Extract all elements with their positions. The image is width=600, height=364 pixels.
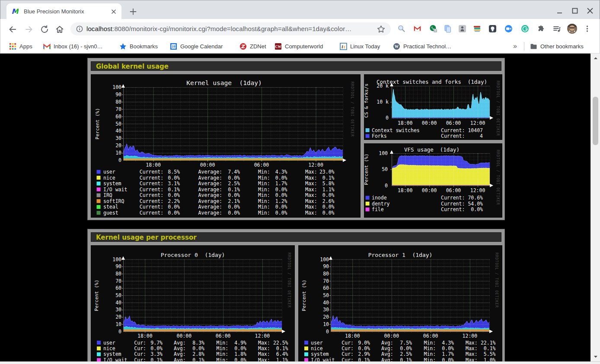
legend-col-label: Current: <box>140 198 163 204</box>
kernel-usage-graph: Kernel usage (1day)Percent (%)1009080706… <box>91 75 361 218</box>
reload-icon[interactable] <box>40 25 49 34</box>
legend-swatch-nice <box>97 346 101 350</box>
legend-col-label: Current: <box>441 195 465 201</box>
processor1-graph-cell[interactable]: Processor 1 (1day)Percent (%)10090807060… <box>298 245 502 361</box>
profile-avatar[interactable] <box>567 24 577 34</box>
legend-value: 3.3% <box>150 351 163 357</box>
legend-col-label: Max: <box>305 187 317 193</box>
kernel-usage-graph-cell[interactable]: Kernel usage (1day)Percent (%)1009080706… <box>91 74 361 218</box>
context-switches-graph-cell[interactable]: Context switches and forks (1day)CS & fo… <box>364 74 502 140</box>
url-host: localhost <box>86 25 112 32</box>
legend-col-label: Cur: <box>341 357 354 361</box>
rrdtool-watermark: RRDTOOL / TOBI OETIKER <box>350 82 354 137</box>
chevron-double-icon: » <box>513 42 516 50</box>
ext-voice-icon[interactable]: ? <box>429 25 437 33</box>
y-tick-label: 60 <box>115 285 121 291</box>
legend-value: 0.1% <box>150 357 163 361</box>
ext-books-icon[interactable] <box>473 25 481 33</box>
processor1-graph: Processor 1 (1day)Percent (%)10090807060… <box>299 246 503 361</box>
legend-col-label: Max: <box>305 180 317 187</box>
legend-value: 7.5% <box>400 340 412 346</box>
ext-lamp-icon[interactable] <box>488 25 497 33</box>
bookmark-linux-today[interactable]: l t Linux Today <box>340 39 380 54</box>
ext-gmail-icon[interactable] <box>413 25 421 33</box>
y-tick-label: 10 <box>115 150 121 156</box>
bookmark-computerworld[interactable]: CW Computerworld <box>274 39 323 54</box>
y-tick-label: 30 <box>115 135 121 141</box>
bookmark-star-icon[interactable] <box>377 25 385 33</box>
url-text[interactable]: localhost:8080/monitorix-cgi/monitorix.c… <box>86 25 351 32</box>
processor0-graph-cell[interactable]: Processor 0 (1day)Percent (%)10090807060… <box>91 245 295 361</box>
forward-icon[interactable] <box>24 25 34 34</box>
legend-swatch-system <box>304 352 308 356</box>
legend-label: system <box>103 180 121 187</box>
y-tick-label: 100 <box>112 84 121 90</box>
legend-swatch-Context switches <box>366 128 370 132</box>
url-bar[interactable]: localhost:8080/monitorix-cgi/monitorix.c… <box>70 22 391 35</box>
bookmark-apps[interactable]: Apps <box>9 39 32 54</box>
legend-col-label: Max: <box>305 204 317 210</box>
bookmark-inbox[interactable]: Inbox (16) - sjvn0… <box>43 39 102 54</box>
ext-zoom-icon[interactable] <box>504 25 513 33</box>
legend-label: system <box>103 351 121 357</box>
ext-grammarly-icon[interactable] <box>521 25 529 33</box>
legend-col-label: Avg: <box>174 345 186 351</box>
other-bookmarks[interactable]: Other bookmarks <box>530 39 584 54</box>
legend-col-label: Cur: <box>134 357 146 361</box>
active-tab[interactable]: M Blue Precision Monitorix <box>6 3 121 19</box>
legend-value: 2.2% <box>168 198 180 204</box>
series-context-switches <box>392 89 490 118</box>
x-tick-label: 12:00 <box>470 120 485 126</box>
y-axis-arrow <box>121 84 125 88</box>
extensions-puzzle-icon[interactable] <box>537 25 545 33</box>
legend-value: 0.0% <box>234 357 246 361</box>
horizontal-scrollbar[interactable] <box>0 361 600 364</box>
legend-col-label: Current: <box>140 210 163 216</box>
svg-text:CW: CW <box>275 44 281 48</box>
x-axis-arrow <box>490 116 493 120</box>
back-icon[interactable] <box>8 25 17 34</box>
bookmarks-overflow-chevron[interactable]: » <box>513 39 516 54</box>
page-info-icon[interactable] <box>76 25 83 32</box>
x-axis-arrow <box>343 158 346 162</box>
bookmark-label: Computerworld <box>285 43 323 50</box>
scroll-up-icon[interactable] <box>593 56 598 61</box>
legend-value: 0.0% <box>275 192 287 198</box>
maximize-icon[interactable] <box>570 6 580 16</box>
ext-playlist-icon[interactable] <box>553 25 561 33</box>
bookmark-label: ZDNet <box>250 43 266 50</box>
graph-title: VFS usage (1day) <box>404 146 460 153</box>
close-window-icon[interactable] <box>585 6 595 16</box>
scroll-down-icon[interactable] <box>593 354 598 359</box>
ext-search-icon[interactable] <box>397 25 405 33</box>
vfs-usage-graph-cell[interactable]: VFS usage (1day)Percent (%)10050018:0000… <box>364 143 502 218</box>
bookmark-zdnet[interactable]: ZDNet <box>239 39 266 54</box>
menu-kebab-icon[interactable] <box>583 25 591 33</box>
new-tab-icon[interactable] <box>129 7 137 16</box>
legend-col-label: Max: <box>466 340 478 346</box>
minimize-icon[interactable] <box>555 6 565 16</box>
ext-copy-icon[interactable] <box>444 25 452 33</box>
vertical-scrollbar[interactable] <box>590 54 600 361</box>
y-tick-label: 30 <box>115 307 121 313</box>
scrollbar-thumb[interactable] <box>593 97 598 145</box>
y-axis-arrow <box>390 150 393 154</box>
legend-label: softIRQ <box>103 198 124 204</box>
legend-label: IRQ <box>103 192 112 198</box>
legend-value: 1.1% <box>322 187 335 193</box>
ext-person-icon[interactable] <box>458 25 466 33</box>
blue-star-icon <box>119 43 127 50</box>
home-icon[interactable] <box>55 25 64 34</box>
legend-col-label: Max: <box>466 345 478 351</box>
x-tick-label: 18:00 <box>398 187 413 193</box>
bookmark-google-calendar[interactable]: 28 Google Calendar <box>170 39 223 54</box>
legend-value: 0.0% <box>322 210 335 216</box>
bookmark-practical-technology[interactable]: W Practical Technol… <box>393 39 451 54</box>
y-tick-label: 100 <box>379 150 388 156</box>
tab-close-icon[interactable] <box>110 8 117 15</box>
legend-value: 9.0% <box>358 340 370 346</box>
bookmark-bookmarks[interactable]: Bookmarks <box>119 39 158 54</box>
y-tick-label: 80 <box>115 99 121 105</box>
section-kernel-usage-per-processor: Kernel usage per processor Processor 0 (… <box>87 229 505 361</box>
x-tick-label: 00:00 <box>177 333 192 339</box>
